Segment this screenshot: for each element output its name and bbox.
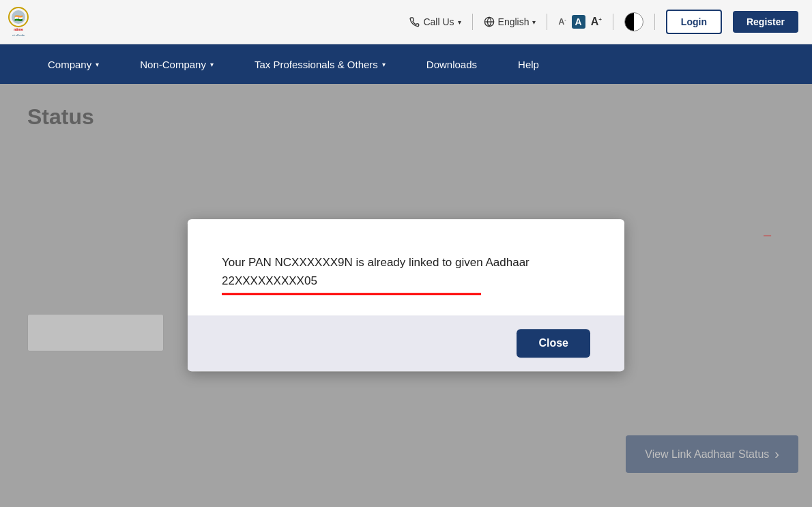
divider-4 bbox=[654, 14, 655, 30]
svg-text:ntime: ntime bbox=[14, 27, 23, 31]
font-increase-button[interactable]: A+ bbox=[591, 16, 602, 28]
nav-chevron-taxprofessionals: ▾ bbox=[382, 61, 386, 68]
nav-bar: Company ▾ Non-Company ▾ Tax Professional… bbox=[0, 44, 812, 84]
login-button[interactable]: Login bbox=[666, 10, 722, 34]
phone-icon bbox=[409, 16, 420, 27]
dialog-underline bbox=[222, 293, 481, 295]
language-label: English bbox=[498, 16, 530, 27]
main-content: Status – Your PAN NCXXXXXX9N is already … bbox=[0, 84, 812, 507]
font-decrease-button[interactable]: A- bbox=[558, 17, 566, 27]
contrast-toggle-button[interactable] bbox=[624, 12, 643, 31]
nav-item-noncompany[interactable]: Non-Company ▾ bbox=[119, 44, 234, 84]
dialog-footer: Close bbox=[188, 316, 624, 372]
dialog-close-button[interactable]: Close bbox=[517, 330, 590, 358]
font-normal-button[interactable]: A bbox=[572, 15, 585, 29]
call-us-label: Call Us bbox=[423, 16, 454, 27]
logo-icon: 🇮🇳 ntime nt of India bbox=[4, 5, 33, 40]
svg-text:🇮🇳: 🇮🇳 bbox=[14, 14, 23, 23]
nav-item-downloads[interactable]: Downloads bbox=[406, 44, 497, 84]
nav-item-help[interactable]: Help bbox=[497, 44, 560, 84]
logo-area: 🇮🇳 ntime nt of India bbox=[0, 0, 55, 44]
call-us-chevron: ▾ bbox=[458, 18, 461, 26]
register-button[interactable]: Register bbox=[733, 11, 798, 33]
nav-chevron-company: ▾ bbox=[96, 61, 99, 68]
divider-3 bbox=[613, 14, 613, 30]
dialog-body: Your PAN NCXXXXXX9N is already linked to… bbox=[188, 219, 624, 315]
divider-1 bbox=[472, 14, 473, 30]
call-us-menu[interactable]: Call Us ▾ bbox=[409, 16, 461, 27]
language-chevron: ▾ bbox=[532, 18, 536, 26]
alert-dialog: Your PAN NCXXXXXX9N is already linked to… bbox=[188, 219, 624, 371]
divider-2 bbox=[547, 14, 547, 30]
nav-chevron-noncompany: ▾ bbox=[210, 61, 214, 68]
nav-item-taxprofessionals[interactable]: Tax Professionals & Others ▾ bbox=[234, 44, 406, 84]
svg-text:nt of India: nt of India bbox=[12, 33, 25, 37]
nav-item-company[interactable]: Company ▾ bbox=[27, 44, 119, 84]
font-controls: A- A A+ bbox=[558, 15, 601, 29]
top-bar: 🇮🇳 ntime nt of India Call Us ▾ English ▾… bbox=[0, 0, 812, 44]
dialog-message: Your PAN NCXXXXXX9N is already linked to… bbox=[222, 256, 530, 287]
language-menu[interactable]: English ▾ bbox=[484, 16, 536, 27]
globe-icon bbox=[484, 16, 495, 27]
